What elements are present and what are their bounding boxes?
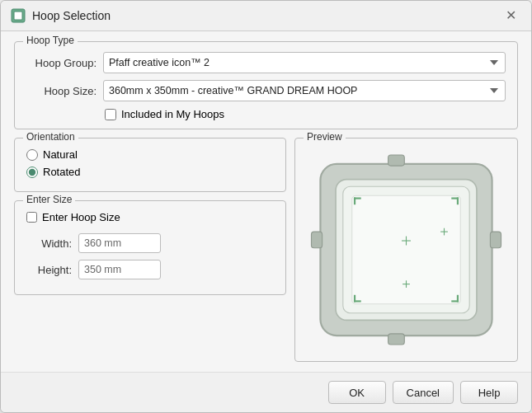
hoop-preview-svg — [307, 147, 506, 353]
natural-radio[interactable] — [26, 149, 38, 161]
cancel-button[interactable]: Cancel — [393, 381, 454, 404]
dialog-body: Hoop Type Hoop Group: Pfaff creative ico… — [1, 31, 531, 372]
enter-size-group: Enter Size Enter Hoop Size Width: Height… — [14, 200, 286, 295]
svg-rect-13 — [457, 295, 459, 303]
hoop-type-legend: Hoop Type — [23, 35, 78, 46]
rotated-label[interactable]: Rotated — [43, 166, 81, 178]
hoop-size-select[interactable]: 360mm x 350mm - creative™ GRAND DREAM HO… — [103, 80, 506, 101]
svg-rect-9 — [457, 197, 459, 204]
hoop-group-select[interactable]: Pfaff creative icon™ 2 — [103, 52, 506, 73]
orientation-group: Orientation Natural Rotated — [14, 138, 286, 192]
height-label: Height: — [26, 264, 72, 276]
height-row: Height: — [26, 260, 274, 279]
natural-label[interactable]: Natural — [43, 148, 78, 161]
svg-rect-7 — [354, 197, 355, 204]
rotated-radio[interactable] — [26, 167, 38, 178]
height-input[interactable] — [78, 260, 161, 279]
left-panel: Orientation Natural Rotated Enter Size — [14, 138, 286, 362]
help-button[interactable]: Help — [460, 381, 518, 404]
enter-hoop-size-label[interactable]: Enter Hoop Size — [42, 211, 120, 223]
svg-rect-5 — [352, 195, 460, 303]
close-button[interactable]: ✕ — [501, 7, 521, 24]
hoop-size-row: Hoop Size: 360mm x 350mm - creative™ GRA… — [26, 80, 506, 101]
enter-hoop-size-row: Enter Hoop Size — [26, 211, 274, 223]
orientation-legend: Orientation — [23, 131, 78, 143]
svg-rect-22 — [388, 155, 405, 166]
hoop-group-row: Hoop Group: Pfaff creative icon™ 2 — [26, 52, 506, 73]
included-checkbox[interactable] — [105, 109, 116, 120]
hoop-group-label: Hoop Group: — [26, 57, 97, 69]
svg-rect-23 — [388, 334, 405, 345]
title-bar: Hoop Selection ✕ — [1, 1, 531, 31]
width-label: Width: — [26, 237, 72, 250]
main-content: Orientation Natural Rotated Enter Size — [14, 138, 518, 362]
right-panel: Preview — [294, 138, 518, 362]
enter-hoop-size-checkbox[interactable] — [26, 212, 37, 223]
dialog-title: Hoop Selection — [32, 9, 494, 22]
hoop-type-group: Hoop Type Hoop Group: Pfaff creative ico… — [14, 41, 518, 129]
svg-rect-1 — [14, 12, 22, 20]
width-row: Width: — [26, 233, 274, 253]
rotated-row: Rotated — [26, 166, 274, 178]
dialog-icon — [11, 8, 26, 23]
hoop-size-label: Hoop Size: — [26, 85, 97, 97]
preview-group: Preview — [294, 138, 518, 362]
svg-rect-20 — [311, 232, 322, 248]
ok-button[interactable]: OK — [328, 381, 386, 404]
preview-legend: Preview — [304, 131, 346, 143]
hoop-selection-dialog: Hoop Selection ✕ Hoop Type Hoop Group: P… — [0, 0, 532, 413]
included-row: Included in My Hoops — [105, 108, 506, 120]
dialog-footer: OK Cancel Help — [1, 372, 531, 412]
included-label[interactable]: Included in My Hoops — [121, 108, 224, 120]
enter-size-legend: Enter Size — [23, 194, 75, 205]
width-input[interactable] — [78, 233, 161, 253]
natural-row: Natural — [26, 148, 274, 161]
svg-rect-11 — [354, 295, 355, 303]
svg-rect-21 — [490, 232, 501, 248]
